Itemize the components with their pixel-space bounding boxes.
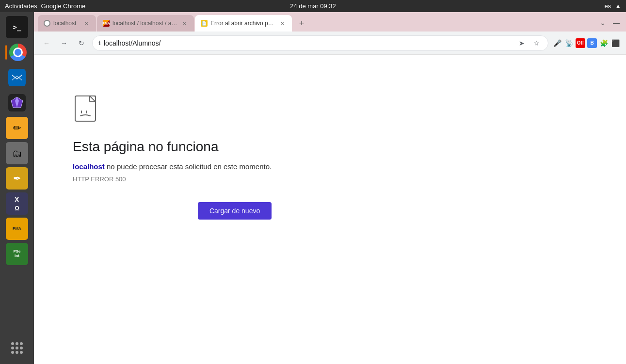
main-layout: >_ — [0, 12, 626, 364]
os-datetime: 24 de mar 09:32 — [290, 2, 336, 10]
reload-page-button[interactable]: Cargar de nuevo — [198, 202, 272, 220]
tab-phpmyadmin-close[interactable]: ✕ — [180, 19, 188, 27]
svg-rect-5 — [75, 96, 96, 121]
tab-phpmyadmin-favicon: PMA — [103, 20, 110, 27]
tab-phpmyadmin[interactable]: PMA localhost / localhost / alu... ✕ — [97, 15, 194, 32]
wifi-icon: ▲ — [615, 2, 621, 10]
os-topbar-right: es ▲ — [604, 2, 621, 10]
xournal-icon: ✒ — [13, 173, 21, 184]
address-bar: ← → ↻ ℹ localhost/Alumnos/ ➤ ☆ 🎤 📡 Off B… — [34, 32, 626, 55]
error-domain: localhost — [73, 162, 105, 171]
go-button[interactable]: ➤ — [516, 37, 528, 49]
sidebar-item-gem[interactable] — [6, 92, 28, 114]
forward-button[interactable]: → — [57, 36, 71, 50]
tab-error[interactable]: 📄 Error al abrir archivo php... ✕ — [195, 15, 292, 32]
security-icon: ℹ — [98, 40, 101, 47]
tab-localhost-label: localhost — [53, 20, 80, 27]
mic-icon[interactable]: 🎤 — [552, 38, 562, 48]
ext2-icon[interactable]: B — [587, 38, 597, 48]
vscode-icon — [8, 69, 26, 86]
language-indicator[interactable]: es — [604, 2, 611, 10]
tab-localhost[interactable]: localhost ✕ — [38, 15, 96, 32]
tab-phpmyadmin-label: localhost / localhost / alu... — [112, 20, 177, 27]
activities-label[interactable]: Actividades — [5, 2, 37, 10]
phpmyadmin-icon: PMA — [13, 227, 21, 231]
gem-icon — [8, 94, 26, 111]
address-input[interactable]: ℹ localhost/Alumnos/ ➤ ☆ — [92, 35, 548, 51]
sidebar-bottom — [6, 337, 28, 359]
extensions-icon[interactable]: 🧩 — [599, 38, 609, 48]
svg-rect-0 — [8, 69, 26, 86]
sidebar-item-phpmyadmin[interactable]: PMA — [6, 218, 28, 240]
error-description: localhost no puede procesar esta solicit… — [73, 162, 272, 171]
ext1-icon[interactable]: Off — [576, 38, 585, 48]
sidebar-item-vscode[interactable] — [6, 66, 28, 89]
sidebar-item-pseint[interactable]: PSeInt — [6, 243, 28, 265]
address-right-icons: ➤ ☆ — [516, 37, 542, 49]
error-code: HTTP ERROR 500 — [73, 175, 126, 183]
extension-bar: 🎤 📡 Off B 🧩 ⬛ — [552, 38, 620, 48]
sidebar-item-math[interactable]: xΩ — [6, 192, 28, 215]
reload-button[interactable]: ↻ — [75, 36, 88, 50]
text-editor-icon: ✏ — [13, 122, 21, 134]
window-minimize-button[interactable]: — — [610, 17, 622, 29]
back-button[interactable]: ← — [40, 36, 53, 50]
browser-name-label[interactable]: Google Chrome — [41, 2, 85, 10]
sidebar-item-chrome[interactable] — [5, 41, 29, 63]
error-title: Esta página no funciona — [73, 139, 218, 155]
bookmark-button[interactable]: ☆ — [530, 37, 542, 49]
terminal-icon: >_ — [13, 23, 21, 31]
sidebar-item-text-editor[interactable]: ✏ — [6, 117, 28, 139]
tab-bar: localhost ✕ PMA localhost / localhost / … — [34, 12, 626, 32]
tab-error-label: Error al abrir archivo php... — [210, 20, 275, 27]
os-topbar-left: Actividades Google Chrome — [5, 2, 85, 10]
tab-localhost-close[interactable]: ✕ — [82, 19, 90, 27]
tab-bar-controls: ⌄ — — [597, 17, 622, 29]
error-document-icon — [73, 94, 102, 127]
tab-error-close[interactable]: ✕ — [278, 19, 286, 27]
browser: localhost ✕ PMA localhost / localhost / … — [34, 12, 626, 364]
tab-overflow-button[interactable]: ⌄ — [597, 17, 609, 29]
os-topbar: Actividades Google Chrome 24 de mar 09:3… — [0, 0, 626, 12]
pseint-icon: PSeInt — [13, 250, 20, 258]
sidebar-item-xournal[interactable]: ✒ — [6, 167, 28, 190]
address-text: localhost/Alumnos/ — [104, 39, 513, 47]
grid-dots-icon — [8, 339, 26, 357]
sidebar-item-terminal[interactable]: >_ — [6, 16, 28, 38]
active-indicator — [5, 45, 7, 60]
math-icon: xΩ — [15, 195, 19, 212]
sidebar-item-files[interactable]: 🗂 — [6, 142, 28, 164]
sidebar: >_ — [0, 12, 34, 364]
error-desc-text: no puede procesar esta solicitud en este… — [105, 162, 272, 171]
profile-icon[interactable]: ⬛ — [610, 38, 620, 48]
files-icon: 🗂 — [12, 148, 22, 159]
show-applications-button[interactable] — [6, 337, 28, 359]
add-tab-button[interactable]: + — [295, 16, 308, 30]
tab-error-favicon: 📄 — [201, 20, 208, 27]
error-container: Esta página no funciona localhost no pue… — [73, 94, 272, 220]
chrome-icon — [9, 44, 27, 61]
page-content: Esta página no funciona localhost no pue… — [34, 55, 626, 364]
radio-icon[interactable]: 📡 — [564, 38, 574, 48]
tab-localhost-favicon — [44, 20, 50, 27]
